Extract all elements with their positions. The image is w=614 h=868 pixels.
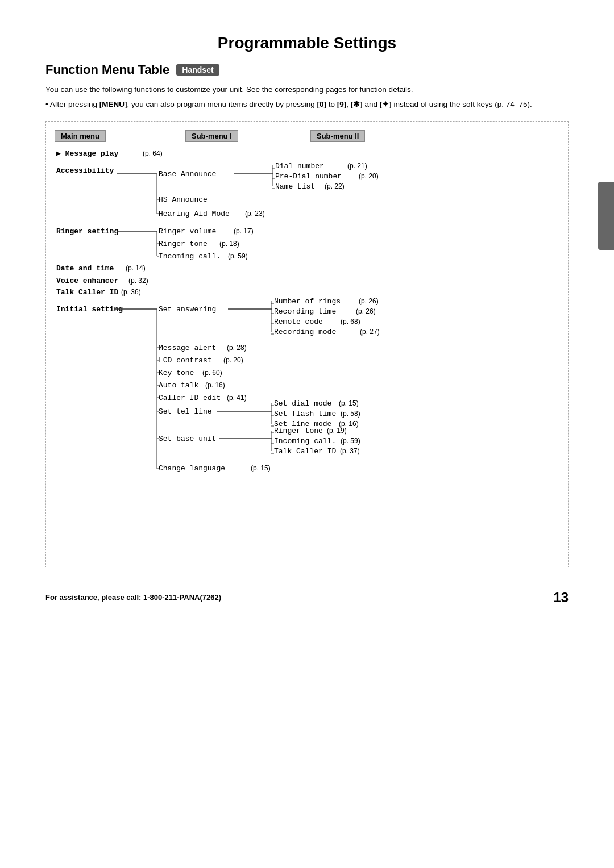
svg-text:Incoming call.: Incoming call. — [274, 437, 336, 445]
svg-text:Caller ID edit: Caller ID edit — [159, 394, 221, 402]
svg-text:(p. 27): (p. 27) — [360, 328, 380, 336]
svg-text:(p. 17): (p. 17) — [234, 227, 254, 235]
svg-text:(p. 60): (p. 60) — [202, 369, 222, 377]
svg-text:(p. 41): (p. 41) — [227, 394, 247, 402]
svg-text:Ringer tone: Ringer tone — [159, 240, 208, 248]
svg-text:(p. 26): (p. 26) — [356, 307, 376, 315]
handset-badge: Handset — [176, 64, 219, 76]
menu-tree-svg: ▶ Message play (p. 64) Accessibility Bas… — [52, 145, 450, 554]
page-title: Programmable Settings — [45, 34, 569, 52]
svg-text:Ringer tone: Ringer tone — [274, 427, 323, 435]
svg-text:Voice enhancer: Voice enhancer — [56, 277, 118, 285]
svg-text:(p. 32): (p. 32) — [128, 277, 148, 285]
svg-text:Set tel line: Set tel line — [159, 407, 212, 416]
svg-text:(p. 26): (p. 26) — [359, 297, 379, 305]
svg-text:Key tone: Key tone — [159, 369, 194, 377]
side-tab — [598, 182, 614, 250]
svg-text:Set answering: Set answering — [159, 305, 216, 314]
col-header-main: Main menu — [55, 130, 106, 142]
svg-text:Pre-Dial number: Pre-Dial number — [275, 172, 342, 181]
svg-text:(p. 21): (p. 21) — [347, 162, 367, 170]
svg-text:(p. 58): (p. 58) — [341, 410, 360, 418]
svg-text:LCD contrast: LCD contrast — [159, 356, 212, 365]
svg-text:Dial number: Dial number — [275, 162, 324, 170]
svg-text:(p. 37): (p. 37) — [340, 447, 360, 455]
intro-text: You can use the following functions to c… — [45, 84, 569, 95]
svg-text:(p. 19): (p. 19) — [327, 427, 347, 435]
svg-text:▶ Message play: ▶ Message play — [56, 149, 118, 158]
svg-text:Message alert: Message alert — [159, 344, 216, 352]
svg-text:(p. 68): (p. 68) — [341, 318, 360, 326]
svg-text:Change language: Change language — [159, 464, 225, 473]
svg-text:Ringer setting: Ringer setting — [56, 227, 118, 236]
svg-text:Ringer volume: Ringer volume — [159, 227, 216, 236]
svg-text:Recording mode: Recording mode — [274, 328, 336, 336]
svg-text:Recording time: Recording time — [274, 307, 336, 316]
svg-text:Set dial mode: Set dial mode — [274, 399, 331, 408]
col-header-sub2: Sub-menu II — [310, 130, 365, 142]
svg-text:(p. 20): (p. 20) — [359, 172, 379, 180]
section-title: Function Menu Table Handset — [45, 62, 569, 77]
svg-text:Incoming call.: Incoming call. — [159, 252, 221, 261]
svg-text:(p. 15): (p. 15) — [339, 399, 359, 407]
svg-text:Auto talk: Auto talk — [159, 381, 198, 390]
svg-text:Set base unit: Set base unit — [159, 435, 216, 443]
svg-text:Talk Caller ID: Talk Caller ID — [274, 447, 336, 456]
svg-text:(p. 59): (p. 59) — [341, 437, 360, 445]
svg-text:(p. 28): (p. 28) — [227, 344, 247, 352]
svg-text:(p. 14): (p. 14) — [126, 264, 146, 272]
svg-text:Accessibility: Accessibility — [56, 166, 114, 175]
svg-text:Base Announce: Base Announce — [159, 170, 216, 178]
svg-text:HS Announce: HS Announce — [159, 195, 208, 204]
intro-note: • After pressing [MENU], you can also pr… — [45, 99, 569, 110]
menu-table: Main menu Sub-menu I Sub-menu II ▶ Messa… — [45, 121, 569, 567]
svg-text:Talk Caller ID: Talk Caller ID — [56, 288, 118, 297]
footer-assistance: For assistance, please call: 1-800-211-P… — [45, 593, 221, 602]
page-number: 13 — [553, 590, 569, 606]
section-title-text: Function Menu Table — [45, 62, 169, 77]
svg-text:Hearing Aid Mode: Hearing Aid Mode — [159, 210, 230, 218]
svg-text:Name List: Name List — [275, 182, 315, 191]
col-header-sub1: Sub-menu I — [185, 130, 238, 142]
svg-text:Set flash time: Set flash time — [274, 410, 336, 418]
svg-text:(p. 23): (p. 23) — [245, 210, 265, 218]
svg-text:(p. 64): (p. 64) — [143, 149, 163, 157]
page: Programmable Settings Function Menu Tabl… — [0, 0, 614, 868]
svg-text:Number of rings: Number of rings — [274, 297, 341, 306]
footer: For assistance, please call: 1-800-211-P… — [45, 585, 569, 606]
svg-text:(p. 15): (p. 15) — [251, 464, 271, 472]
svg-text:(p. 22): (p. 22) — [325, 182, 345, 190]
svg-text:(p. 18): (p. 18) — [219, 240, 239, 248]
svg-text:Remote code: Remote code — [274, 318, 323, 326]
svg-text:Date and time: Date and time — [56, 264, 114, 273]
svg-text:(p. 59): (p. 59) — [228, 252, 248, 260]
svg-text:Initial setting: Initial setting — [56, 305, 123, 314]
svg-text:(p. 36): (p. 36) — [121, 288, 141, 296]
svg-text:(p. 16): (p. 16) — [205, 381, 225, 389]
svg-text:(p. 20): (p. 20) — [223, 356, 243, 364]
